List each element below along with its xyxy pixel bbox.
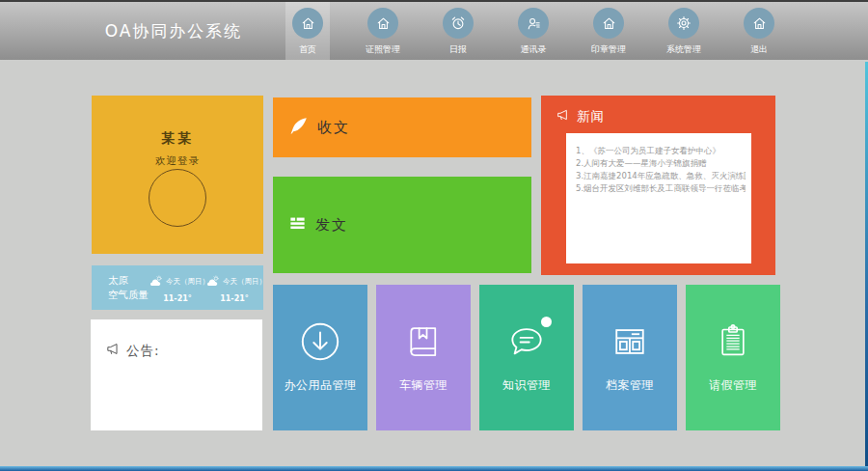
weather-day: 今天（周日）: [166, 277, 209, 287]
air-quality-label: 空气质量: [108, 288, 149, 302]
sun-cloud-icon: [149, 272, 164, 291]
news-item[interactable]: 1、《苏一公司为员工建子女看护中心》: [576, 145, 746, 157]
nav-label: 首页: [299, 43, 316, 56]
welcome-text: 欢迎登录: [92, 154, 263, 168]
weather-temp: 11-21°: [206, 294, 262, 303]
announcement-title: 公告:: [126, 343, 160, 360]
nav-label: 证照管理: [366, 43, 400, 56]
bottom-bar: [0, 466, 868, 471]
weather-entry: 今天（周日） 11-21°: [149, 272, 205, 303]
module-label: 请假管理: [686, 377, 780, 394]
module-archives[interactable]: 档案管理: [583, 285, 677, 430]
nav-label: 日报: [449, 43, 467, 56]
app-header: OA协同办公系统 首页 证照管理 日报: [0, 0, 868, 60]
chat-bubble-icon: [504, 319, 549, 364]
news-card: 新闻 1、《苏一公司为员工建子女看护中心》 2.人间有大爱——星海小学锦旗捐赠 …: [541, 96, 775, 275]
nav-item-system[interactable]: 系统管理: [662, 2, 706, 60]
gear-icon: [668, 8, 699, 39]
module-label: 档案管理: [583, 377, 677, 394]
news-item[interactable]: 5.烟台开发区刘维部长及工商联领导一行莅临考察指导: [576, 182, 746, 195]
megaphone-icon: [105, 341, 122, 361]
inbox-card[interactable]: 收文: [273, 97, 531, 157]
module-label: 知识管理: [479, 377, 574, 394]
nav-item-daily-report[interactable]: 日报: [436, 2, 480, 60]
list-icon: [288, 214, 307, 236]
avatar-placeholder-circle: [149, 169, 206, 227]
module-knowledge[interactable]: 知识管理: [479, 285, 574, 430]
weather-day: 今天（周日）: [223, 277, 266, 287]
nav-item-home[interactable]: 首页: [285, 2, 330, 60]
user-name: 某某: [92, 130, 263, 148]
clipboard-icon: [711, 319, 755, 364]
nav-item-contacts[interactable]: 通讯录: [511, 2, 556, 60]
module-label: 办公用品管理: [273, 377, 367, 394]
home-icon: [593, 8, 624, 39]
nav-label: 系统管理: [666, 43, 701, 56]
archive-grid-icon: [608, 319, 652, 364]
quill-icon: [288, 116, 309, 140]
oa-dashboard: OA协同办公系统 首页 证照管理 日报: [0, 0, 868, 471]
city-name: 太原: [108, 273, 149, 288]
nav-label: 印章管理: [591, 43, 626, 56]
download-circle-icon: [298, 319, 342, 364]
notification-dot: [541, 317, 552, 327]
home-icon: [292, 8, 323, 39]
news-list-panel: 1、《苏一公司为员工建子女看护中心》 2.人间有大爱——星海小学锦旗捐赠 3.江…: [566, 133, 751, 263]
nav-label: 通讯录: [521, 43, 547, 56]
nav-item-licenses[interactable]: 证照管理: [361, 2, 405, 60]
news-title: 新闻: [577, 108, 605, 125]
home-icon: [367, 8, 398, 39]
outbox-card[interactable]: 发文: [273, 177, 531, 273]
inbox-label: 收文: [317, 119, 350, 137]
nav-label: 退出: [750, 43, 768, 56]
book-icon: [401, 319, 446, 364]
home-icon: [744, 8, 774, 39]
profile-card: 某某 欢迎登录: [92, 96, 263, 254]
module-office-supplies[interactable]: 办公用品管理: [273, 285, 367, 430]
weather-entry: 今天（周日） 11-21°: [206, 272, 262, 303]
nav-item-logout[interactable]: 退出: [737, 2, 781, 60]
module-vehicles[interactable]: 车辆管理: [376, 285, 471, 430]
alarm-clock-icon: [443, 8, 474, 39]
outbox-label: 发文: [315, 216, 348, 235]
module-leave[interactable]: 请假管理: [686, 285, 780, 430]
main-nav: 首页 证照管理 日报 通讯录: [285, 2, 812, 60]
contacts-icon: [518, 8, 549, 39]
module-label: 车辆管理: [376, 377, 471, 394]
weather-card: 太原 空气质量 今天（周日） 11-21° 今天（周日） 11-21°: [92, 265, 263, 310]
megaphone-icon: [556, 107, 571, 126]
news-item[interactable]: 3.江南嘉捷2014年应急疏散、急救、灭火演练圆满落幕: [576, 170, 746, 182]
weather-temp: 11-21°: [149, 294, 205, 303]
nav-item-seal[interactable]: 印章管理: [586, 2, 631, 60]
announcement-card: 公告:: [91, 319, 262, 430]
weather-location: 太原 空气质量: [108, 273, 149, 302]
sun-cloud-icon: [206, 272, 221, 291]
news-item[interactable]: 2.人间有大爱——星海小学锦旗捐赠: [576, 157, 746, 170]
